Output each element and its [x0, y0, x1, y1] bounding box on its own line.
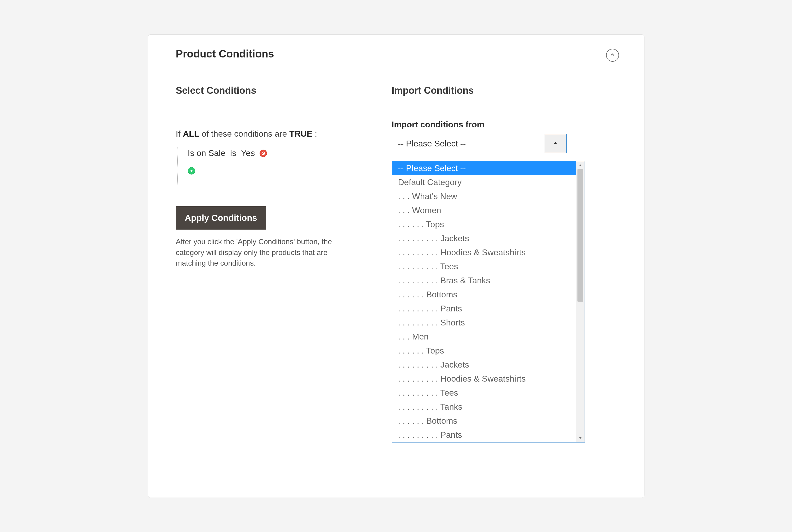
- add-icon[interactable]: [188, 167, 195, 174]
- add-condition-row[interactable]: [188, 166, 352, 185]
- dropdown-option[interactable]: . . . What's New: [392, 189, 576, 203]
- import-from-select[interactable]: -- Please Select --: [392, 134, 567, 153]
- remove-icon[interactable]: [260, 150, 267, 157]
- panel-title: Product Conditions: [176, 48, 616, 60]
- dropdown-option[interactable]: . . . . . . . . . Pants: [392, 428, 576, 442]
- rule-boolean-value[interactable]: TRUE: [289, 129, 312, 138]
- select-current-value: -- Please Select --: [392, 134, 545, 153]
- svg-line-1: [263, 153, 264, 154]
- rule-text: of these conditions are: [199, 129, 289, 138]
- apply-conditions-help-text: After you click the 'Apply Conditions' b…: [176, 236, 345, 269]
- import-from-dropdown: -- Please Select --Default Category. . .…: [392, 161, 585, 442]
- conditions-tree: Is on Sale is Yes: [177, 147, 352, 185]
- svg-marker-6: [579, 437, 581, 439]
- select-conditions-column: Select Conditions If ALL of these condit…: [176, 85, 352, 269]
- dropdown-option[interactable]: . . . . . . Bottoms: [392, 288, 576, 302]
- dropdown-option[interactable]: Default Category: [392, 175, 576, 189]
- dropdown-option-list: -- Please Select --Default Category. . .…: [392, 161, 576, 442]
- dropdown-option[interactable]: . . . . . . . . . Tanks: [392, 400, 576, 414]
- dropdown-option[interactable]: -- Please Select --: [392, 161, 576, 175]
- product-conditions-panel: Product Conditions Select Conditions If …: [148, 34, 644, 498]
- dropdown-option[interactable]: . . . . . . . . . Jackets: [392, 231, 576, 246]
- scroll-thumb[interactable]: [578, 169, 583, 302]
- collapse-toggle[interactable]: [606, 49, 619, 62]
- select-conditions-heading: Select Conditions: [176, 85, 352, 96]
- triangle-up-icon: [553, 140, 558, 147]
- condition-attribute[interactable]: Is on Sale: [188, 148, 225, 158]
- import-from-label: Import conditions from: [392, 120, 585, 130]
- conditions-aggregator-line[interactable]: If ALL of these conditions are TRUE :: [176, 126, 352, 139]
- dropdown-option[interactable]: . . . . . . . . . Hoodies & Sweatshirts: [392, 246, 576, 260]
- dropdown-option[interactable]: . . . . . . Tops: [392, 344, 576, 358]
- rule-text: :: [312, 129, 317, 138]
- dropdown-option[interactable]: . . . . . . . . . Tees: [392, 260, 576, 273]
- scroll-up-icon[interactable]: [576, 161, 585, 169]
- condition-value[interactable]: Yes: [241, 148, 255, 158]
- scroll-down-icon[interactable]: [576, 434, 585, 442]
- svg-marker-4: [554, 142, 557, 144]
- import-conditions-column: Import Conditions Import conditions from…: [392, 85, 585, 269]
- dropdown-option[interactable]: . . . . . . . . . Hoodies & Sweatshirts: [392, 372, 576, 386]
- dropdown-option[interactable]: . . . . . . Bottoms: [392, 414, 576, 428]
- condition-operator[interactable]: is: [230, 148, 236, 158]
- dropdown-option[interactable]: . . . . . . . . . Shorts: [392, 316, 576, 330]
- divider: [392, 101, 585, 101]
- dropdown-option[interactable]: . . . . . . Tops: [392, 217, 576, 231]
- dropdown-option[interactable]: . . . . . . . . . Pants: [392, 302, 576, 316]
- dropdown-option[interactable]: . . . . . . . . . Jackets: [392, 358, 576, 372]
- rule-aggregator-value[interactable]: ALL: [183, 129, 199, 138]
- import-conditions-heading: Import Conditions: [392, 85, 585, 96]
- divider: [176, 101, 352, 101]
- apply-conditions-button[interactable]: Apply Conditions: [176, 206, 266, 230]
- dropdown-option[interactable]: . . . Women: [392, 203, 576, 217]
- dropdown-option[interactable]: . . . Men: [392, 330, 576, 344]
- select-arrow-button[interactable]: [545, 134, 566, 153]
- rule-text: If: [176, 129, 183, 138]
- dropdown-option[interactable]: . . . . . . . . . Tees: [392, 386, 576, 400]
- chevron-up-icon: [610, 52, 615, 58]
- svg-marker-5: [579, 165, 581, 166]
- dropdown-option[interactable]: . . . . . . . . . Bras & Tanks: [392, 273, 576, 288]
- dropdown-scrollbar[interactable]: [576, 161, 585, 442]
- condition-row[interactable]: Is on Sale is Yes: [188, 147, 352, 166]
